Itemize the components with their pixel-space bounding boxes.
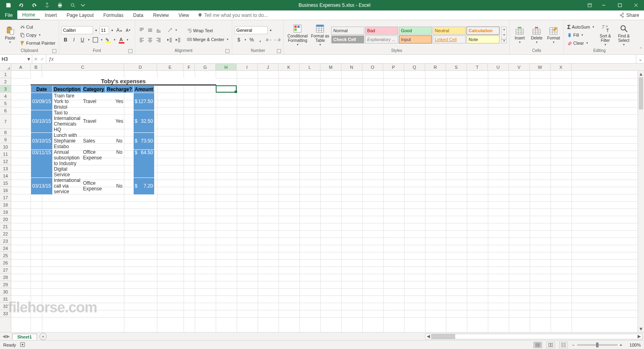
cell-description[interactable]: Taxi to International Chemicals HQ	[52, 110, 82, 132]
align-right-icon[interactable]	[155, 36, 163, 44]
page-layout-view-icon[interactable]	[546, 342, 555, 348]
number-format-dropdown[interactable]: ▼	[268, 26, 273, 34]
clipboard-dialog-launcher[interactable]	[52, 49, 56, 53]
cell-date[interactable]: 03/10/15	[31, 110, 53, 132]
decrease-indent-icon[interactable]	[166, 36, 174, 44]
bold-button[interactable]: B	[62, 36, 70, 44]
align-middle-icon[interactable]	[146, 26, 154, 34]
row-header-29[interactable]: 29	[0, 281, 11, 288]
cell-amount[interactable]: $64.50	[133, 149, 154, 178]
comma-format-icon[interactable]: ,	[256, 36, 264, 44]
italic-button[interactable]: I	[70, 36, 78, 44]
column-header-P[interactable]: P	[383, 64, 404, 70]
undo-icon[interactable]	[16, 0, 27, 10]
maximize-icon[interactable]	[612, 0, 628, 10]
row-header-23[interactable]: 23	[0, 237, 11, 245]
row-header-13[interactable]: 13	[0, 165, 11, 172]
header-description[interactable]: Description	[52, 86, 82, 93]
row-header-1[interactable]: 1	[0, 71, 11, 78]
row-header-8[interactable]: 8	[0, 129, 11, 136]
print-preview-icon[interactable]	[68, 0, 78, 10]
font-name-dropdown[interactable]: ▼	[94, 26, 99, 34]
cell-recharge[interactable]: No	[105, 132, 133, 149]
cut-button[interactable]: Cut	[19, 23, 56, 31]
clear-button[interactable]: Clear▼	[566, 39, 595, 47]
column-header-Q[interactable]: Q	[404, 64, 425, 70]
name-box[interactable]	[0, 56, 26, 62]
column-header-F[interactable]: F	[184, 64, 195, 70]
tab-nav-next-icon[interactable]: ▶	[6, 334, 10, 339]
column-header-L[interactable]: L	[299, 64, 320, 70]
column-header-J[interactable]: J	[258, 64, 279, 70]
tab-insert[interactable]: Insert	[40, 10, 62, 20]
style-good[interactable]: Good	[399, 27, 432, 35]
row-header-28[interactable]: 28	[0, 274, 11, 281]
align-top-icon[interactable]	[138, 26, 146, 34]
cell-category[interactable]: Sales	[82, 132, 105, 149]
sheet-tab[interactable]: Sheet1	[12, 334, 37, 340]
tab-file[interactable]: File	[0, 10, 17, 20]
normal-view-icon[interactable]	[533, 342, 542, 348]
style-bad[interactable]: Bad	[365, 27, 398, 35]
scroll-right-icon[interactable]: ▶	[636, 334, 642, 339]
style-note[interactable]: Note	[466, 35, 500, 43]
cell-category[interactable]: Office Expense	[82, 149, 105, 178]
name-box-dropdown[interactable]: ▼	[26, 56, 32, 62]
tab-page-layout[interactable]: Page Layout	[62, 10, 98, 20]
paste-button[interactable]: Paste ▼	[2, 23, 18, 47]
cell-date[interactable]: 03/13/15	[31, 178, 53, 194]
cell-recharge[interactable]: Yes	[105, 93, 133, 110]
font-color-button[interactable]: A	[117, 36, 125, 44]
row-header-9[interactable]: 9	[0, 136, 11, 143]
border-dropdown[interactable]: ▼	[100, 36, 104, 44]
scroll-down-icon[interactable]: ▼	[638, 326, 644, 332]
cell-category[interactable]: Travel	[82, 93, 105, 110]
accounting-format-icon[interactable]: $	[235, 36, 243, 44]
cell-amount[interactable]: $32.50	[133, 110, 154, 132]
fill-color-button[interactable]	[104, 36, 112, 44]
style-neutral[interactable]: Neutral	[433, 27, 466, 35]
cell-description[interactable]: Train fare York to Bristol	[52, 93, 82, 110]
delete-cells-button[interactable]: Delete▼	[529, 23, 544, 47]
cell-grid[interactable]: Toby's expenses Date Description Categor…	[11, 71, 644, 332]
number-dialog-launcher[interactable]	[277, 49, 281, 53]
column-header-H[interactable]: H	[216, 64, 237, 70]
style-input[interactable]: Input	[399, 35, 432, 43]
font-size-dropdown[interactable]: ▼	[110, 26, 115, 34]
alignment-dialog-launcher[interactable]	[225, 49, 229, 53]
scroll-left-icon[interactable]: ◀	[425, 334, 431, 339]
copy-button[interactable]: Copy▼	[19, 31, 56, 39]
font-dialog-launcher[interactable]	[128, 49, 132, 53]
align-bottom-icon[interactable]	[155, 26, 163, 34]
wrap-text-button[interactable]: Wrap Text	[186, 27, 230, 34]
format-cells-button[interactable]: Format▼	[546, 23, 561, 47]
zoom-out-icon[interactable]: −	[572, 343, 574, 347]
tab-view[interactable]: View	[174, 10, 194, 20]
border-button[interactable]	[91, 36, 99, 44]
increase-indent-icon[interactable]	[174, 36, 182, 44]
autosum-button[interactable]: ΣAutoSum▼	[566, 23, 595, 31]
format-painter-button[interactable]: Format Painter	[19, 39, 56, 47]
column-header-B[interactable]: B	[31, 64, 42, 70]
column-header-S[interactable]: S	[446, 64, 467, 70]
row-header-11[interactable]: 11	[0, 151, 11, 158]
minimize-icon[interactable]	[596, 0, 612, 10]
underline-dropdown[interactable]: ▼	[87, 36, 91, 44]
zoom-level[interactable]: 100%	[625, 343, 641, 347]
header-date[interactable]: Date	[31, 86, 53, 93]
row-header-31[interactable]: 31	[0, 295, 11, 303]
column-header-I[interactable]: I	[237, 64, 258, 70]
close-icon[interactable]	[628, 0, 644, 10]
row-header-25[interactable]: 25	[0, 252, 11, 259]
cell-recharge[interactable]: No	[105, 149, 133, 178]
increase-decimal-icon[interactable]: .0→	[264, 36, 272, 44]
row-header-4[interactable]: 4	[0, 93, 11, 100]
decrease-decimal-icon[interactable]: ←.0	[273, 36, 281, 44]
cell-description[interactable]: Annual subscription to Industry Digital …	[52, 149, 82, 178]
row-header-16[interactable]: 16	[0, 187, 11, 194]
column-header-O[interactable]: O	[362, 64, 383, 70]
format-as-table-button[interactable]: Format as Table▼	[310, 23, 330, 47]
style-check-cell[interactable]: Check Cell	[331, 35, 364, 43]
scroll-up-icon[interactable]: ▲	[638, 71, 644, 77]
row-header-15[interactable]: 15	[0, 180, 11, 187]
